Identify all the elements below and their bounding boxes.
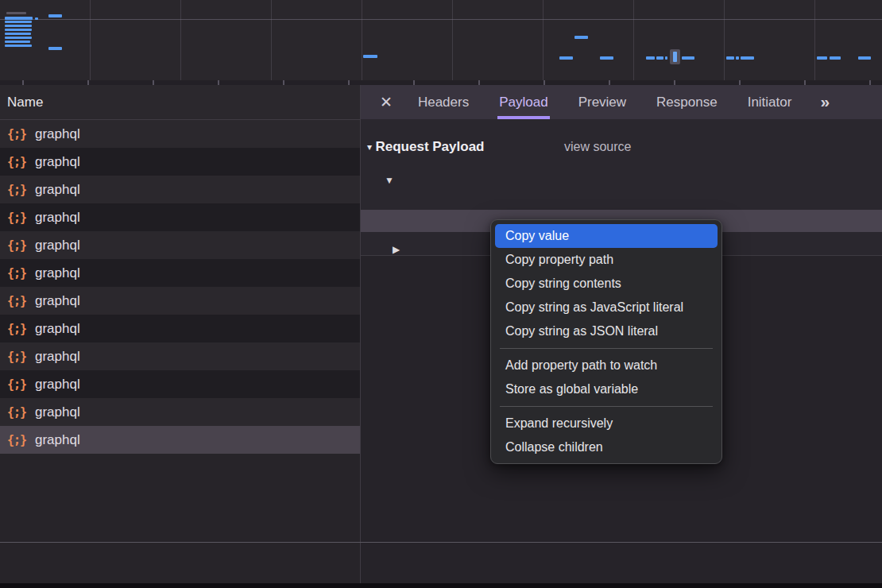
request-list: {;}graphql{;}graphql{;}graphql{;}graphql… <box>0 120 360 454</box>
request-timing-bar <box>817 56 827 60</box>
view-source-link[interactable]: view source <box>564 136 631 158</box>
request-timing-bar <box>35 17 38 20</box>
request-timing-bar <box>830 56 841 60</box>
request-payload-header[interactable]: ▾ Request Payload <box>367 136 484 158</box>
request-timing-bar <box>559 56 573 60</box>
column-header-name[interactable]: Name <box>0 85 360 120</box>
request-name-label: graphql <box>35 238 80 253</box>
menu-item-expand-recursively[interactable]: Expand recursively <box>495 412 718 435</box>
timeline-gridline <box>180 0 181 80</box>
request-timing-bar <box>5 21 32 23</box>
timeline-gridline <box>362 0 362 80</box>
json-braces-icon: {;} <box>7 266 28 280</box>
timeline-gridline <box>814 0 815 80</box>
request-payload-title: Request Payload <box>375 139 484 154</box>
request-name-label: graphql <box>35 265 80 281</box>
request-timing-bar <box>726 56 734 60</box>
network-overview-timeline[interactable] <box>0 0 882 80</box>
request-name-label: graphql <box>35 377 80 393</box>
json-braces-icon: {;} <box>7 433 28 447</box>
menu-item-store-as-global-variable[interactable]: Store as global variable <box>495 377 718 401</box>
timeline-gridline <box>633 0 634 80</box>
request-timing-bar <box>741 56 754 60</box>
menu-divider <box>500 406 713 407</box>
request-name-label: graphql <box>35 126 80 142</box>
menu-item-copy-value[interactable]: Copy value <box>495 224 718 248</box>
menu-item-copy-property-path[interactable]: Copy property path <box>495 248 718 272</box>
request-name-label: graphql <box>35 182 80 198</box>
request-timing-bar <box>5 17 33 20</box>
request-timing-bar <box>665 56 667 60</box>
timeline-gridline <box>452 0 453 80</box>
tick-indicator <box>6 12 26 14</box>
tab-headers[interactable]: Headers <box>416 85 470 119</box>
request-row-graphql[interactable]: {;}graphql <box>0 148 360 176</box>
triangle-right-icon[interactable]: ▶ <box>393 238 400 254</box>
menu-item-collapse-children[interactable]: Collapse children <box>495 435 718 459</box>
marker-line-indicator <box>673 52 677 62</box>
json-braces-icon: {;} <box>7 211 28 225</box>
request-name-label: graphql <box>35 210 80 226</box>
context-menu: Copy valueCopy property pathCopy string … <box>490 219 722 464</box>
request-name-label: graphql <box>35 404 80 420</box>
json-braces-icon: {;} <box>7 322 28 336</box>
request-name-label: graphql <box>35 293 80 309</box>
payload-root-row[interactable]: ▼ {operationName: "ipFlowTimeseries", va… <box>361 168 882 191</box>
request-timing-bar <box>574 36 588 39</box>
request-row-graphql[interactable]: {;}graphql <box>0 370 360 398</box>
request-timing-bar <box>646 56 655 60</box>
footer-divider <box>0 542 882 543</box>
request-timing-bar <box>858 56 871 60</box>
timeline-gridline <box>271 0 272 80</box>
tab-payload[interactable]: Payload <box>497 85 549 119</box>
payload-row-operation-name[interactable]: operationName: "ipFlowTimeseries" <box>361 191 882 210</box>
tab-response[interactable]: Response <box>655 85 719 119</box>
json-braces-icon: {;} <box>7 294 28 308</box>
timeline-gridline <box>724 0 725 80</box>
json-braces-icon: {;} <box>7 238 28 253</box>
request-row-graphql[interactable]: {;}graphql <box>0 426 360 454</box>
timeline-gridline <box>90 0 91 80</box>
request-row-graphql[interactable]: {;}graphql <box>0 398 360 426</box>
request-row-graphql[interactable]: {;}graphql <box>0 315 360 342</box>
request-name-label: graphql <box>35 432 80 448</box>
json-braces-icon: {;} <box>7 155 28 169</box>
request-name-label: graphql <box>35 154 80 170</box>
request-name-label: graphql <box>35 321 80 337</box>
request-timing-bar <box>48 47 62 50</box>
close-icon[interactable]: ✕ <box>380 85 393 119</box>
triangle-down-icon[interactable]: ▼ <box>385 169 394 191</box>
request-timing-bar <box>5 33 31 35</box>
request-row-graphql[interactable]: {;}graphql <box>0 287 360 315</box>
menu-item-copy-string-as-json-literal[interactable]: Copy string as JSON literal <box>495 319 718 343</box>
tab-preview[interactable]: Preview <box>577 85 628 119</box>
json-braces-icon: {;} <box>7 405 28 420</box>
request-row-graphql[interactable]: {;}graphql <box>0 176 360 203</box>
request-timing-bar <box>682 56 694 60</box>
request-timing-bar <box>5 29 32 31</box>
menu-item-copy-string-contents[interactable]: Copy string contents <box>495 272 718 296</box>
triangle-down-icon[interactable]: ▾ <box>367 141 372 153</box>
request-timing-bar <box>48 14 62 17</box>
menu-item-copy-string-as-javascript-literal[interactable]: Copy string as JavaScript literal <box>495 296 718 319</box>
request-timing-bar <box>363 55 377 58</box>
request-row-graphql[interactable]: {;}graphql <box>0 259 360 287</box>
more-tabs-icon[interactable]: » <box>820 85 828 119</box>
request-timing-bar <box>736 56 739 60</box>
request-row-graphql[interactable]: {;}graphql <box>0 231 360 259</box>
request-row-graphql[interactable]: {;}graphql <box>0 342 360 370</box>
window-bottom-edge <box>0 583 882 588</box>
request-row-graphql[interactable]: {;}graphql <box>0 203 360 231</box>
request-timing-bar <box>600 56 613 60</box>
request-timing-bar <box>5 44 32 47</box>
request-name-label: graphql <box>35 349 80 365</box>
request-list-empty-area <box>0 454 360 584</box>
timeline-gridline <box>543 0 544 80</box>
json-braces-icon: {;} <box>7 183 28 197</box>
timeline-baseline <box>0 19 882 20</box>
menu-divider <box>500 348 713 349</box>
request-row-graphql[interactable]: {;}graphql <box>0 120 360 148</box>
request-timing-bar <box>5 25 32 27</box>
tab-initiator[interactable]: Initiator <box>746 85 794 119</box>
menu-item-add-property-path-to-watch[interactable]: Add property path to watch <box>495 354 718 377</box>
